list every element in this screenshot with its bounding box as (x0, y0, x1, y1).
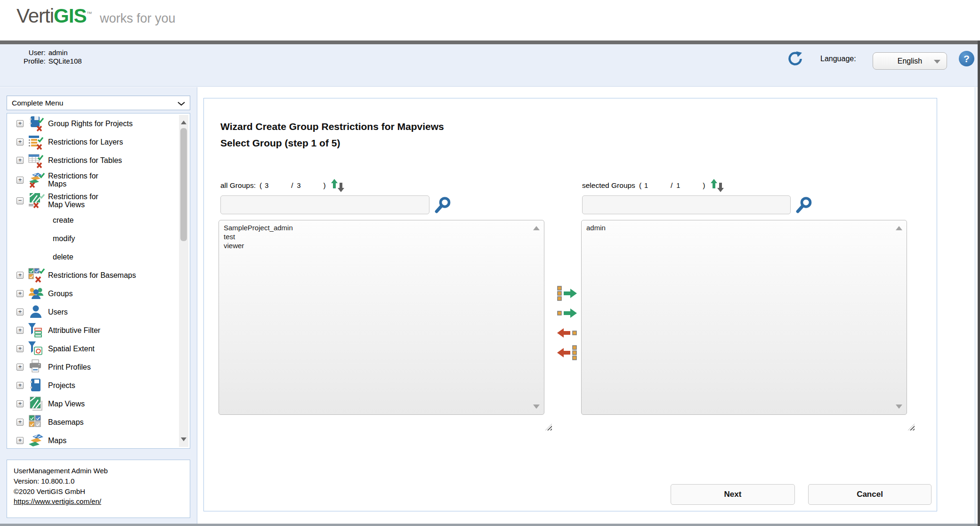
expand-toggle[interactable]: + (16, 437, 24, 444)
scroll-up-icon[interactable] (181, 121, 186, 124)
scroll-down-icon[interactable] (533, 405, 540, 409)
sort-toggle-icon[interactable] (331, 178, 345, 193)
sidebar-item-delete[interactable]: delete (16, 248, 176, 266)
version-text: Version: 10.800.1.0 (14, 476, 183, 486)
sidebar-item-restrictions-for-tables[interactable]: + Restrictions for Tables (16, 151, 176, 170)
tree-scrollbar[interactable] (179, 115, 188, 447)
selected-groups-count: 1 (644, 182, 671, 189)
expand-toggle[interactable]: + (16, 382, 24, 389)
logo-text-gis: GIS (54, 5, 86, 27)
expand-toggle[interactable]: + (16, 308, 24, 316)
sidebar-item-group-rights-for-projects[interactable]: + Group Rights for Projects (16, 114, 176, 133)
sidebar-item-label: Map Views (48, 400, 152, 408)
sidebar-item-basemaps[interactable]: + Basemaps (16, 413, 176, 431)
sidebar-item-restrictions-for-basemaps[interactable]: + Restrictions for Basemaps (16, 266, 176, 284)
sidebar-item-users[interactable]: + Users (16, 303, 176, 321)
help-glyph: ? (964, 53, 970, 65)
expand-toggle[interactable]: + (16, 327, 24, 334)
restrictions-tables-icon (27, 153, 45, 169)
resize-grip[interactable] (545, 424, 552, 430)
restrictions-mapviews-icon (27, 193, 45, 209)
sidebar-item-label: Restrictions for Layers (48, 138, 152, 146)
next-button[interactable]: Next (671, 484, 795, 505)
scroll-down-icon[interactable] (896, 405, 902, 409)
list-item[interactable]: admin (586, 223, 891, 232)
window-bottom-edge (0, 524, 980, 526)
sidebar-item-restrictions-for-map-views[interactable]: − Restrictions for Map Views (16, 190, 176, 211)
all-groups-listbox[interactable]: SampleProject_admin test viewer (219, 220, 544, 415)
group-rights-projects-icon (27, 116, 45, 132)
expand-toggle[interactable]: + (16, 272, 24, 279)
sort-toggle-icon[interactable] (710, 178, 724, 193)
vertigis-logo: VertiGIS™ (16, 5, 91, 27)
expand-toggle[interactable]: + (16, 120, 24, 127)
search-icon[interactable] (795, 196, 812, 213)
profile-label: Profile: (24, 57, 46, 65)
sidebar-item-spatial-extent[interactable]: + Spatial Extent (16, 340, 176, 358)
scroll-up-icon[interactable] (896, 226, 902, 230)
list-item[interactable]: SampleProject_admin (224, 223, 528, 232)
basemaps-icon (27, 414, 45, 430)
all-groups-search-input[interactable] (220, 195, 429, 214)
maps-icon (27, 433, 45, 449)
collapse-toggle[interactable]: − (16, 197, 24, 204)
expand-toggle[interactable]: + (16, 157, 24, 164)
sidebar-item-restrictions-for-layers[interactable]: + Restrictions for Layers (16, 133, 176, 151)
resize-grip[interactable] (908, 424, 915, 430)
trademark-symbol: ™ (86, 10, 91, 17)
list-item[interactable]: viewer (224, 241, 528, 250)
sidebar-item-maps[interactable]: + Maps (16, 431, 176, 449)
spatial-extent-icon (27, 341, 45, 357)
expand-toggle[interactable]: + (16, 400, 24, 407)
move-selected-right-button[interactable] (556, 306, 578, 321)
selected-groups-listbox[interactable]: admin (581, 220, 907, 415)
menu-filter-select[interactable]: Complete Menu (7, 96, 190, 110)
scrollbar-thumb[interactable] (180, 128, 187, 241)
sidebar-item-print-profiles[interactable]: + Print Profiles (16, 358, 176, 376)
restrictions-layers-icon (27, 134, 45, 150)
transfer-controls (556, 286, 578, 360)
sidebar-item-label: Attributive Filter (48, 326, 152, 334)
expand-toggle[interactable]: + (16, 364, 24, 371)
vendor-link[interactable]: https://www.vertigis.com/en/ (14, 497, 101, 505)
search-icon[interactable] (434, 196, 451, 213)
scroll-down-icon[interactable] (181, 437, 186, 441)
expand-toggle[interactable]: + (16, 345, 24, 352)
scroll-up-icon[interactable] (533, 226, 540, 230)
map-views-icon (27, 396, 45, 412)
expand-toggle[interactable]: + (16, 138, 24, 146)
move-all-right-button[interactable] (556, 286, 578, 301)
help-icon[interactable]: ? (959, 51, 974, 66)
move-all-left-button[interactable] (556, 345, 578, 360)
sidebar-item-label: Basemaps (48, 418, 152, 426)
wizard-title: Wizard Create Group Restrictions for Map… (220, 121, 444, 132)
navigation-tree: + Group Rights for Projects + (7, 113, 190, 449)
language-select[interactable]: English (873, 52, 947, 70)
print-profiles-icon (27, 359, 45, 375)
refresh-icon[interactable] (787, 51, 802, 66)
paren-open: ( (259, 181, 262, 190)
expand-toggle[interactable]: + (16, 177, 24, 184)
selected-groups-search-input[interactable] (582, 195, 791, 214)
sidebar-item-restrictions-for-maps[interactable]: + Restrictions for Maps (16, 170, 176, 190)
cancel-button[interactable]: Cancel (808, 484, 931, 505)
expand-toggle[interactable]: + (16, 290, 24, 297)
move-selected-left-button[interactable] (556, 325, 578, 340)
all-groups-count: 3 (265, 182, 291, 189)
list-item[interactable]: test (224, 232, 528, 241)
profile-value: SQLite108 (49, 57, 82, 65)
count-separator: / (291, 181, 293, 190)
expand-toggle[interactable]: + (16, 419, 24, 426)
restrictions-basemaps-icon (27, 267, 45, 283)
product-name: UserManagement Admin Web (14, 466, 183, 476)
sidebar-item-label: Spatial Extent (48, 345, 152, 353)
sidebar-item-attributive-filter[interactable]: + Attributive Filter (16, 321, 176, 340)
count-separator: / (671, 181, 672, 190)
sidebar-item-modify[interactable]: modify (16, 229, 176, 248)
sidebar-item-groups[interactable]: + Groups (16, 284, 176, 303)
sidebar-item-map-views[interactable]: + Map Views (16, 395, 176, 413)
sidebar-item-projects[interactable]: + Projects (16, 376, 176, 395)
sidebar-item-label: Restrictions for Basemaps (48, 271, 152, 279)
sidebar-item-create[interactable]: create (16, 211, 176, 229)
user-label: User: (24, 49, 46, 57)
